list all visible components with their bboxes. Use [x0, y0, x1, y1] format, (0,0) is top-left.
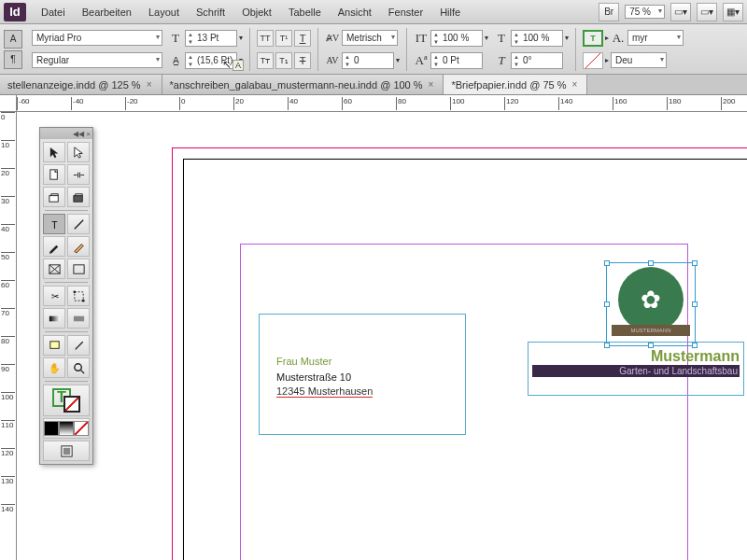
leading-icon: A̲	[168, 52, 183, 69]
close-icon[interactable]: ×	[427, 79, 436, 90]
zoom-tool[interactable]	[67, 357, 90, 378]
type-tool[interactable]: T	[43, 214, 65, 234]
gradient-swatch-tool[interactable]	[43, 308, 65, 329]
kerning-combo[interactable]: Metrisch	[342, 30, 398, 46]
apply-gradient[interactable]	[59, 421, 74, 436]
note-tool[interactable]	[43, 335, 65, 356]
menu-datei[interactable]: Datei	[34, 3, 73, 21]
zoom-level[interactable]: 75 %	[625, 5, 665, 19]
leading-field[interactable]: ▲▼	[185, 52, 237, 69]
svg-rect-13	[49, 315, 59, 321]
baseline-icon: Aª	[414, 52, 429, 69]
menu-layout[interactable]: Layout	[141, 3, 187, 21]
menu-hilfe[interactable]: Hilfe	[432, 3, 468, 21]
tab-0[interactable]: stellenanzeige.indd @ 125 %×	[0, 75, 162, 94]
text-frame-company[interactable]: Mustermann Garten- und Landschaftsbau	[528, 342, 744, 396]
font-style-combo[interactable]: Regular	[32, 52, 162, 68]
charstyle-combo[interactable]: myr	[627, 30, 684, 46]
recipient-name: Frau Muster	[276, 356, 456, 367]
svg-point-12	[81, 299, 84, 301]
pen-tool[interactable]	[43, 236, 65, 257]
menu-ansicht[interactable]: Ansicht	[331, 3, 379, 21]
para-format-mode[interactable]: ¶	[4, 50, 22, 69]
app-logo: Id	[4, 3, 26, 21]
underline-btn[interactable]: T	[294, 30, 311, 47]
tab-2[interactable]: *Briefpapier.indd @ 75 %×	[444, 75, 587, 94]
allcaps-btn[interactable]: TT	[257, 30, 274, 47]
close-icon[interactable]: ×	[571, 79, 580, 90]
gradient-feather-tool[interactable]	[67, 308, 90, 329]
bridge-icon[interactable]: Br	[599, 3, 619, 21]
fill-t-icon[interactable]: T	[583, 30, 603, 47]
stroke-none-icon[interactable]	[583, 52, 603, 69]
scissors-tool[interactable]: ✂	[43, 286, 65, 306]
rectangle-frame-tool[interactable]	[43, 259, 65, 279]
text-frame-address[interactable]: Frau Muster Musterstraße 10 12345 Muster…	[259, 314, 466, 435]
apply-none[interactable]	[74, 421, 89, 436]
arrange-icon[interactable]: ▦▾	[723, 3, 743, 21]
hscale-field[interactable]: ▲▼	[511, 30, 563, 47]
pencil-tool[interactable]	[67, 236, 90, 257]
svg-text:✂: ✂	[50, 291, 58, 301]
svg-rect-0	[49, 169, 57, 178]
svg-rect-1	[49, 195, 57, 202]
font-size-field[interactable]: ▲▼	[185, 30, 237, 47]
ruler-origin[interactable]	[0, 95, 17, 112]
tracking-icon: AV	[325, 52, 340, 69]
menu-schrift[interactable]: Schrift	[189, 3, 233, 21]
strikethrough-btn[interactable]: T	[294, 52, 311, 69]
color-mode-row[interactable]	[43, 418, 90, 439]
vscale-icon: IT	[414, 30, 429, 47]
free-transform-tool[interactable]	[67, 286, 90, 306]
rectangle-tool[interactable]	[67, 259, 90, 279]
skew-field[interactable]: ▲▼	[511, 52, 563, 69]
hand-tool[interactable]: ✋	[43, 357, 65, 378]
direct-selection-tool[interactable]	[67, 142, 90, 162]
menu-fenster[interactable]: Fenster	[381, 3, 430, 21]
image-frame-logo[interactable]: MUSTERMANN	[606, 262, 696, 346]
page[interactable]: Frau Muster Musterstraße 10 12345 Muster…	[183, 159, 747, 560]
menu-tabelle[interactable]: Tabelle	[281, 3, 329, 21]
svg-line-4	[74, 219, 82, 228]
recipient-city: 12345 Musterhausen	[276, 385, 456, 399]
tab-1[interactable]: *anschreiben_galabau_mustermann-neu.indd…	[162, 75, 444, 94]
menu-bearbeiten[interactable]: Bearbeiten	[75, 3, 139, 21]
char-format-mode[interactable]: A	[4, 30, 22, 49]
apply-color[interactable]	[44, 421, 59, 436]
fill-stroke-swatch[interactable]: T	[43, 385, 90, 416]
charstyle-icon: A.	[611, 30, 626, 47]
superscript-btn[interactable]: T¹	[275, 30, 292, 47]
svg-point-17	[74, 363, 81, 371]
smallcaps-btn[interactable]: Tᴛ	[257, 52, 274, 69]
menubar: Id Datei Bearbeiten Layout Schrift Objek…	[0, 0, 747, 24]
view-options-icon[interactable]: ▭▾	[670, 3, 691, 21]
close-icon[interactable]: ×	[145, 79, 154, 90]
lang-combo[interactable]: Deu	[611, 52, 667, 68]
svg-rect-8	[73, 264, 83, 273]
line-tool[interactable]	[67, 214, 90, 234]
gap-tool[interactable]	[67, 164, 90, 185]
menu-objekt[interactable]: Objekt	[234, 3, 279, 21]
content-placer-tool[interactable]	[67, 187, 90, 207]
selection-tool[interactable]	[43, 142, 65, 162]
tools-panel[interactable]: ◀◀× T ✂ ✋ T	[39, 127, 93, 465]
svg-point-11	[73, 290, 76, 293]
svg-rect-20	[63, 447, 70, 455]
font-family-combo[interactable]: Myriad Pro	[32, 30, 162, 46]
screen-mode-icon[interactable]: ▭▾	[697, 3, 717, 21]
view-mode-toggle[interactable]	[43, 441, 90, 461]
content-collector-tool[interactable]	[43, 187, 65, 207]
page-tool[interactable]	[43, 164, 65, 185]
tracking-field[interactable]: ▲▼	[342, 52, 394, 69]
subscript-btn[interactable]: T₁	[275, 52, 292, 69]
baseline-field[interactable]: ▲▼	[430, 52, 483, 69]
canvas[interactable]: Frau Muster Musterstraße 10 12345 Muster…	[17, 112, 747, 560]
vscale-field[interactable]: ▲▼	[430, 30, 483, 47]
tools-header[interactable]: ◀◀×	[40, 128, 92, 139]
font-size-icon: T	[168, 30, 183, 47]
document-tabs: stellenanzeige.indd @ 125 %× *anschreibe…	[0, 75, 747, 95]
eyedropper-tool[interactable]	[67, 335, 90, 356]
kerning-icon: A̷V	[325, 30, 340, 47]
ruler-vertical[interactable]: 0102030405060708090100110120130140	[0, 112, 17, 560]
ruler-horizontal[interactable]: -60-40-20020406080100120140160180200	[17, 95, 747, 112]
